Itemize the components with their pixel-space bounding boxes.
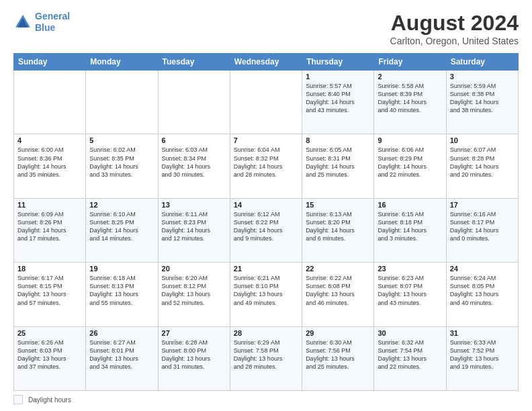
calendar-cell (158, 71, 230, 134)
day-info: Sunrise: 6:22 AM Sunset: 8:08 PM Dayligh… (306, 274, 370, 307)
day-info: Sunrise: 6:07 AM Sunset: 8:28 PM Dayligh… (450, 146, 515, 179)
calendar-cell (14, 71, 86, 134)
day-info: Sunrise: 6:29 AM Sunset: 7:58 PM Dayligh… (234, 338, 298, 371)
day-info: Sunrise: 6:24 AM Sunset: 8:05 PM Dayligh… (450, 274, 515, 307)
main-title: August 2024 (390, 11, 519, 36)
day-number: 3 (450, 73, 515, 81)
logo-text: General Blue (35, 11, 70, 34)
day-info: Sunrise: 6:21 AM Sunset: 8:10 PM Dayligh… (234, 274, 298, 307)
calendar-cell: 13Sunrise: 6:11 AM Sunset: 8:23 PM Dayli… (158, 198, 230, 262)
title-block: August 2024 Carlton, Oregon, United Stat… (390, 11, 519, 46)
logo: General Blue (13, 11, 70, 34)
day-number: 5 (89, 136, 154, 144)
day-info: Sunrise: 6:15 AM Sunset: 8:18 PM Dayligh… (378, 210, 442, 243)
day-info: Sunrise: 6:26 AM Sunset: 8:03 PM Dayligh… (17, 338, 82, 371)
day-info: Sunrise: 6:02 AM Sunset: 8:35 PM Dayligh… (89, 146, 154, 179)
day-number: 1 (306, 73, 370, 81)
footer-label: Daylight hours (28, 396, 71, 404)
day-number: 2 (378, 73, 442, 81)
calendar-header-row: SundayMondayTuesdayWednesdayThursdayFrid… (14, 54, 519, 71)
calendar-cell: 22Sunrise: 6:22 AM Sunset: 8:08 PM Dayli… (302, 263, 374, 326)
calendar-cell: 8Sunrise: 6:05 AM Sunset: 8:31 PM Daylig… (302, 134, 374, 198)
day-number: 21 (234, 265, 298, 273)
day-info: Sunrise: 6:11 AM Sunset: 8:23 PM Dayligh… (162, 210, 226, 243)
logo-line2: Blue (35, 22, 55, 33)
calendar-week-row: 4Sunrise: 6:00 AM Sunset: 8:36 PM Daylig… (14, 134, 519, 198)
calendar-cell: 20Sunrise: 6:20 AM Sunset: 8:12 PM Dayli… (158, 263, 230, 326)
calendar-cell: 17Sunrise: 6:16 AM Sunset: 8:17 PM Dayli… (446, 198, 518, 262)
day-info: Sunrise: 6:20 AM Sunset: 8:12 PM Dayligh… (162, 274, 226, 307)
calendar-cell: 24Sunrise: 6:24 AM Sunset: 8:05 PM Dayli… (446, 263, 518, 326)
day-number: 26 (89, 329, 154, 337)
day-number: 4 (17, 136, 82, 144)
day-info: Sunrise: 6:04 AM Sunset: 8:32 PM Dayligh… (234, 146, 298, 179)
day-number: 14 (234, 201, 298, 209)
day-info: Sunrise: 6:00 AM Sunset: 8:36 PM Dayligh… (17, 146, 82, 179)
calendar-header-saturday: Saturday (446, 54, 518, 71)
calendar-cell: 14Sunrise: 6:12 AM Sunset: 8:22 PM Dayli… (230, 198, 302, 262)
day-number: 19 (89, 265, 154, 273)
subtitle: Carlton, Oregon, United States (390, 36, 519, 46)
day-number: 31 (450, 329, 515, 337)
day-info: Sunrise: 6:03 AM Sunset: 8:34 PM Dayligh… (162, 146, 226, 179)
calendar-cell: 25Sunrise: 6:26 AM Sunset: 8:03 PM Dayli… (14, 326, 86, 390)
calendar-cell: 28Sunrise: 6:29 AM Sunset: 7:58 PM Dayli… (230, 326, 302, 390)
day-number: 20 (162, 265, 226, 273)
day-info: Sunrise: 6:05 AM Sunset: 8:31 PM Dayligh… (306, 146, 370, 179)
day-number: 28 (234, 329, 298, 337)
calendar-cell: 18Sunrise: 6:17 AM Sunset: 8:15 PM Dayli… (14, 263, 86, 326)
calendar-cell: 19Sunrise: 6:18 AM Sunset: 8:13 PM Dayli… (86, 263, 158, 326)
day-info: Sunrise: 6:32 AM Sunset: 7:54 PM Dayligh… (378, 338, 442, 371)
day-info: Sunrise: 6:09 AM Sunset: 8:26 PM Dayligh… (17, 210, 82, 243)
calendar-cell: 9Sunrise: 6:06 AM Sunset: 8:29 PM Daylig… (374, 134, 446, 198)
day-info: Sunrise: 6:33 AM Sunset: 7:52 PM Dayligh… (450, 338, 515, 371)
day-info: Sunrise: 5:59 AM Sunset: 8:38 PM Dayligh… (450, 82, 515, 115)
calendar-cell: 6Sunrise: 6:03 AM Sunset: 8:34 PM Daylig… (158, 134, 230, 198)
day-number: 25 (17, 329, 82, 337)
day-number: 11 (17, 201, 82, 209)
calendar-cell: 29Sunrise: 6:30 AM Sunset: 7:56 PM Dayli… (302, 326, 374, 390)
day-info: Sunrise: 6:18 AM Sunset: 8:13 PM Dayligh… (89, 274, 154, 307)
calendar-cell: 26Sunrise: 6:27 AM Sunset: 8:01 PM Dayli… (86, 326, 158, 390)
footer: Daylight hours (13, 395, 519, 404)
calendar-header-thursday: Thursday (302, 54, 374, 71)
day-number: 24 (450, 265, 515, 273)
day-number: 30 (378, 329, 442, 337)
calendar-cell: 15Sunrise: 6:13 AM Sunset: 8:20 PM Dayli… (302, 198, 374, 262)
day-number: 22 (306, 265, 370, 273)
calendar-table: SundayMondayTuesdayWednesdayThursdayFrid… (13, 53, 519, 391)
logo-icon (13, 13, 32, 32)
day-info: Sunrise: 6:28 AM Sunset: 8:00 PM Dayligh… (162, 338, 226, 371)
calendar-cell: 3Sunrise: 5:59 AM Sunset: 8:38 PM Daylig… (446, 71, 518, 134)
calendar-header-tuesday: Tuesday (158, 54, 230, 71)
day-info: Sunrise: 6:13 AM Sunset: 8:20 PM Dayligh… (306, 210, 370, 243)
calendar-cell: 10Sunrise: 6:07 AM Sunset: 8:28 PM Dayli… (446, 134, 518, 198)
calendar-cell (86, 71, 158, 134)
calendar-cell: 31Sunrise: 6:33 AM Sunset: 7:52 PM Dayli… (446, 326, 518, 390)
day-number: 6 (162, 136, 226, 144)
calendar-cell: 23Sunrise: 6:23 AM Sunset: 8:07 PM Dayli… (374, 263, 446, 326)
calendar-cell: 11Sunrise: 6:09 AM Sunset: 8:26 PM Dayli… (14, 198, 86, 262)
calendar-header-friday: Friday (374, 54, 446, 71)
day-number: 17 (450, 201, 515, 209)
day-number: 29 (306, 329, 370, 337)
day-info: Sunrise: 6:27 AM Sunset: 8:01 PM Dayligh… (89, 338, 154, 371)
day-info: Sunrise: 5:58 AM Sunset: 8:39 PM Dayligh… (378, 82, 442, 115)
day-number: 16 (378, 201, 442, 209)
calendar-cell: 27Sunrise: 6:28 AM Sunset: 8:00 PM Dayli… (158, 326, 230, 390)
calendar-cell: 1Sunrise: 5:57 AM Sunset: 8:40 PM Daylig… (302, 71, 374, 134)
header: General Blue August 2024 Carlton, Oregon… (13, 11, 519, 46)
calendar-week-row: 11Sunrise: 6:09 AM Sunset: 8:26 PM Dayli… (14, 198, 519, 262)
calendar-cell: 30Sunrise: 6:32 AM Sunset: 7:54 PM Dayli… (374, 326, 446, 390)
day-number: 9 (378, 136, 442, 144)
calendar-week-row: 18Sunrise: 6:17 AM Sunset: 8:15 PM Dayli… (14, 263, 519, 326)
calendar-cell (230, 71, 302, 134)
day-number: 8 (306, 136, 370, 144)
calendar-cell: 21Sunrise: 6:21 AM Sunset: 8:10 PM Dayli… (230, 263, 302, 326)
calendar-cell: 2Sunrise: 5:58 AM Sunset: 8:39 PM Daylig… (374, 71, 446, 134)
day-number: 15 (306, 201, 370, 209)
day-info: Sunrise: 6:17 AM Sunset: 8:15 PM Dayligh… (17, 274, 82, 307)
day-number: 7 (234, 136, 298, 144)
logo-line1: General (35, 11, 70, 21)
day-number: 18 (17, 265, 82, 273)
